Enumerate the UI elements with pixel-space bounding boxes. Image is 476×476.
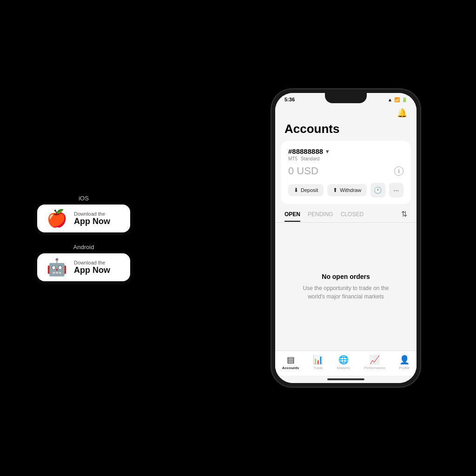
orders-tabs: OPEN PENDING CLOSED ⇅ <box>275 204 416 223</box>
withdraw-button[interactable]: ⬆ Withdraw <box>327 184 367 196</box>
status-time: 5:36 <box>284 97 295 102</box>
ios-download-button[interactable]: 🍎 Download the App Now <box>37 205 130 232</box>
account-platform: MT5 <box>288 156 298 161</box>
signal-icon: ▲ <box>388 97 392 102</box>
status-bar: 5:36 ▲ 📶 🔋 <box>275 93 416 104</box>
ios-platform-label: iOS <box>37 195 130 202</box>
history-button[interactable]: 🕐 <box>370 183 385 198</box>
tab-open[interactable]: OPEN <box>284 211 300 221</box>
nav-accounts[interactable]: ▤ Accounts <box>282 355 299 370</box>
android-text-group: Download the App Now <box>74 260 110 275</box>
android-section: Android 🤖 Download the App Now <box>37 244 130 281</box>
account-balance: 0 USD <box>288 165 318 177</box>
notch <box>325 93 367 103</box>
more-icon: ··· <box>393 186 399 194</box>
accounts-icon: ▤ <box>287 355 295 365</box>
orders-area: No open orders Use the opportunity to tr… <box>275 223 416 350</box>
account-number-text: #88888888 <box>288 147 323 155</box>
home-bar <box>327 378 364 380</box>
profile-label: Profile <box>399 366 410 370</box>
ios-text-group: Download the App Now <box>74 211 110 226</box>
battery-icon: 🔋 <box>402 97 407 102</box>
markets-icon: 🌐 <box>338 355 349 365</box>
withdraw-label: Withdraw <box>340 187 361 193</box>
account-number[interactable]: #88888888 ▾ <box>288 147 403 155</box>
deposit-label: Deposit <box>301 187 318 193</box>
tab-pending[interactable]: PENDING <box>308 211 333 221</box>
sort-icon[interactable]: ⇅ <box>401 210 407 222</box>
trade-label: Trade <box>313 366 323 370</box>
android-icon: 🤖 <box>46 259 67 276</box>
wifi-icon: 📶 <box>394 97 400 102</box>
account-actions: ⬇ Deposit ⬆ Withdraw 🕐 ··· <box>288 183 403 198</box>
account-card: #88888888 ▾ MT5 Standard 0 USD ℹ ⬇ <box>281 141 411 204</box>
nav-trade[interactable]: 📊 Trade <box>313 355 323 370</box>
tab-closed[interactable]: CLOSED <box>341 211 364 221</box>
no-orders-desc: Use the opportunity to trade on the worl… <box>299 284 392 301</box>
deposit-button[interactable]: ⬇ Deposit <box>288 184 324 196</box>
phone: 5:36 ▲ 📶 🔋 🔔 Accounts #8888888 <box>271 89 420 387</box>
profile-icon: 👤 <box>399 355 410 365</box>
download-section: iOS 🍎 Download the App Now Android 🤖 Dow… <box>37 195 130 281</box>
bell-icon[interactable]: 🔔 <box>397 108 407 118</box>
app-content: 🔔 Accounts #88888888 ▾ MT5 Standard 0 US… <box>275 104 416 383</box>
ios-section: iOS 🍎 Download the App Now <box>37 195 130 232</box>
history-icon: 🕐 <box>374 186 382 194</box>
nav-markets[interactable]: 🌐 Markets <box>337 355 350 370</box>
no-orders-title: No open orders <box>322 273 370 280</box>
info-icon[interactable]: ℹ <box>394 166 403 176</box>
android-download-button[interactable]: 🤖 Download the App Now <box>37 253 130 281</box>
android-platform-label: Android <box>37 244 130 251</box>
home-indicator <box>275 376 416 383</box>
ios-small-text: Download the <box>74 211 110 217</box>
account-type: Standard <box>301 156 320 161</box>
more-button[interactable]: ··· <box>389 183 403 198</box>
phone-screen: 5:36 ▲ 📶 🔋 🔔 Accounts #8888888 <box>275 93 416 383</box>
ios-large-text: App Now <box>74 217 110 226</box>
nav-performance[interactable]: 📈 Performance <box>364 355 385 370</box>
android-large-text: App Now <box>74 265 110 275</box>
page-title: Accounts <box>275 121 416 141</box>
app-header: 🔔 <box>275 104 416 121</box>
apple-icon: 🍎 <box>46 210 67 227</box>
chevron-down-icon: ▾ <box>326 148 329 155</box>
performance-icon: 📈 <box>370 355 380 365</box>
deposit-icon: ⬇ <box>294 187 298 193</box>
balance-row: 0 USD ℹ <box>288 165 403 177</box>
scene: iOS 🍎 Download the App Now Android 🤖 Dow… <box>0 0 476 476</box>
markets-label: Markets <box>337 366 350 370</box>
account-meta: MT5 Standard <box>288 156 403 161</box>
performance-label: Performance <box>364 366 385 370</box>
trade-icon: 📊 <box>313 355 323 365</box>
status-icons: ▲ 📶 🔋 <box>388 97 407 102</box>
android-small-text: Download the <box>74 260 110 265</box>
accounts-label: Accounts <box>282 366 299 370</box>
nav-profile[interactable]: 👤 Profile <box>399 355 410 370</box>
bottom-nav: ▤ Accounts 📊 Trade 🌐 Markets 📈 Performan… <box>275 350 416 376</box>
withdraw-icon: ⬆ <box>333 187 337 193</box>
